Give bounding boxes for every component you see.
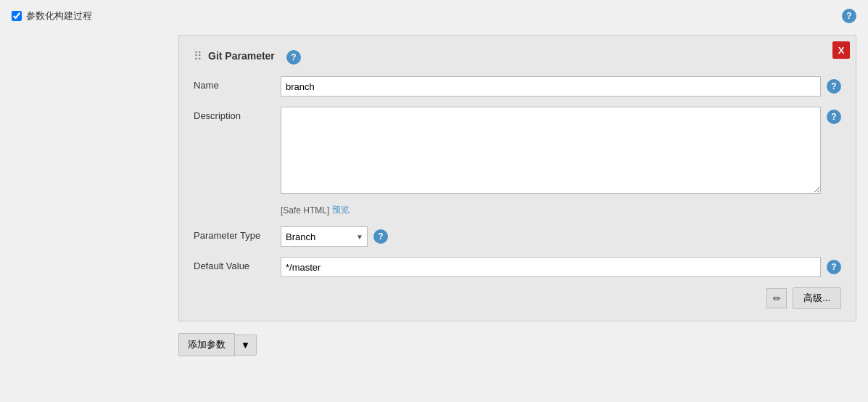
- git-parameter-box: X ⠿ Git Parameter ? Name ? Descriptio: [178, 35, 856, 321]
- git-parameter-help-icon[interactable]: ?: [286, 50, 301, 65]
- close-button[interactable]: X: [832, 41, 850, 59]
- default-value-label: Default Value: [194, 257, 281, 271]
- description-help-icon[interactable]: ?: [827, 110, 841, 124]
- parameter-type-help-icon[interactable]: ?: [373, 229, 388, 244]
- git-parameter-header: ⠿ Git Parameter ?: [194, 47, 841, 65]
- add-param-dropdown-button[interactable]: ▼: [235, 335, 257, 356]
- description-textarea[interactable]: [281, 107, 821, 194]
- parameter-type-select-wrapper: Branch Tag Revision Pull Request ▼: [281, 226, 368, 247]
- top-row: 参数化构建过程 ?: [12, 9, 856, 23]
- add-param-section: 添加参数 ▼: [178, 333, 856, 356]
- top-help-icon[interactable]: ?: [842, 9, 856, 23]
- parameterize-checkbox[interactable]: [12, 11, 22, 21]
- bottom-buttons-row: ✏ 高级...: [194, 287, 841, 309]
- preview-link[interactable]: 预览: [332, 204, 350, 216]
- parameterize-checkbox-label[interactable]: 参数化构建过程: [12, 9, 92, 22]
- default-value-input[interactable]: [281, 257, 821, 277]
- default-value-row: Default Value ?: [194, 257, 841, 277]
- git-parameter-title: Git Parameter: [208, 50, 275, 62]
- add-param-button[interactable]: 添加参数: [178, 333, 235, 356]
- parameterize-label: 参数化构建过程: [26, 9, 92, 22]
- main-content: X ⠿ Git Parameter ? Name ? Descriptio: [178, 35, 856, 356]
- default-value-help-icon[interactable]: ?: [827, 260, 841, 274]
- parameter-type-label: Parameter Type: [194, 226, 281, 241]
- drag-handle-icon[interactable]: ⠿: [194, 49, 202, 63]
- advanced-button[interactable]: 高级...: [793, 287, 841, 309]
- name-label: Name: [194, 76, 281, 91]
- parameter-type-select[interactable]: Branch Tag Revision Pull Request: [281, 226, 368, 247]
- edit-icon: ✏: [773, 293, 781, 304]
- name-row: Name ?: [194, 76, 841, 97]
- safe-html-text: [Safe HTML]: [281, 205, 329, 216]
- parameter-type-row: Parameter Type Branch Tag Revision Pull …: [194, 226, 841, 247]
- description-label: Description: [194, 107, 281, 121]
- name-input[interactable]: [281, 76, 821, 97]
- dropdown-arrow-icon: ▼: [241, 340, 250, 350]
- name-help-icon[interactable]: ?: [827, 79, 841, 94]
- safe-html-row: [Safe HTML] 预览: [281, 204, 841, 216]
- description-row: Description ?: [194, 107, 841, 194]
- page-wrapper: 参数化构建过程 ? X ⠿ Git Parameter ? Name: [0, 0, 868, 402]
- edit-icon-button[interactable]: ✏: [766, 288, 787, 308]
